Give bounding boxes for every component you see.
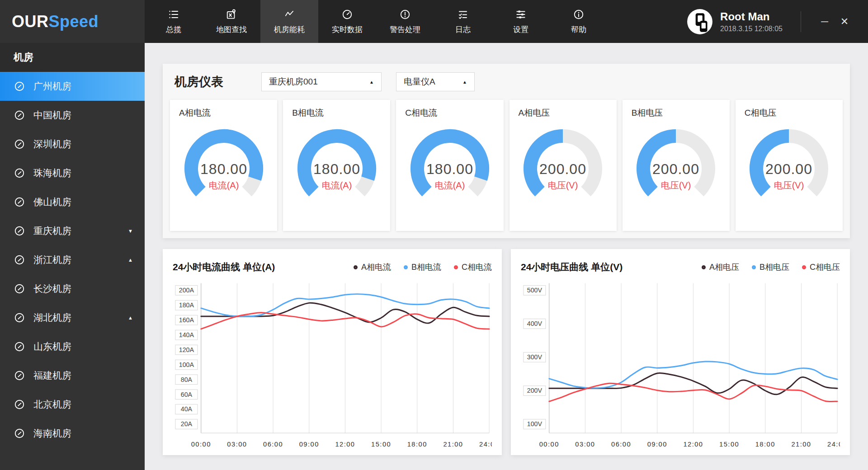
sidebar-item-label: 佛山机房 (33, 196, 71, 208)
gauge-title: A相电压 (509, 107, 617, 119)
sidebar-item-shenzhen[interactable]: 深圳机房 (0, 130, 145, 159)
nav-item-realtime[interactable]: 实时数据 (318, 0, 376, 43)
svg-text:18:00: 18:00 (755, 441, 775, 448)
svg-text:40A: 40A (181, 405, 193, 413)
legend-item[interactable]: A相电流 (354, 262, 391, 273)
nav-item-overview[interactable]: 总揽 (145, 0, 203, 43)
gauge-unit-label: 电流(A) (435, 180, 465, 190)
nav-item-help[interactable]: 帮助 (550, 0, 608, 43)
gauge-title: B相电流 (283, 107, 390, 119)
help-icon (573, 8, 585, 21)
gauge-unit-label: 电压(V) (548, 180, 578, 190)
sidebar-item-label: 深圳机房 (33, 138, 71, 150)
sidebar: 机房 广州机房中国机房深圳机房珠海机房佛山机房重庆机房▼浙江机房▲长沙机房湖北机… (0, 43, 145, 470)
sidebar-item-changsha[interactable]: 长沙机房 (0, 274, 145, 303)
nav-item-log[interactable]: 日志 (434, 0, 492, 43)
svg-text:200V: 200V (527, 387, 542, 394)
gauge-icon (14, 428, 25, 439)
svg-text:160A: 160A (179, 316, 194, 324)
gauge-row: A相电流 180.00 电流(A) B相电流 180.00 电流(A) C相电流… (163, 100, 850, 238)
sidebar-item-zhuhai[interactable]: 珠海机房 (0, 159, 145, 188)
minimize-button[interactable]: ─ (815, 16, 835, 28)
alert-icon (399, 8, 411, 21)
sidebar-item-label: 福建机房 (33, 369, 71, 382)
nav-item-label: 帮助 (571, 24, 586, 35)
sidebar-item-shandong[interactable]: 山东机房 (0, 332, 145, 361)
legend-ring-icon (802, 265, 806, 269)
current-line-chart: 20A40A60A80A100A120A140A160A180A200A00:0… (173, 277, 492, 451)
close-button[interactable]: ✕ (835, 16, 854, 28)
legend-label: C相电流 (462, 262, 492, 273)
sidebar-item-foshan[interactable]: 佛山机房 (0, 188, 145, 216)
sidebar-item-guangzhou[interactable]: 广州机房 (0, 72, 145, 101)
nav-item-map-search[interactable]: 地图查找 (203, 0, 260, 43)
legend-item[interactable]: B相电压 (752, 262, 789, 273)
chevron-up-icon[interactable]: ▲ (128, 257, 133, 263)
nav-item-settings[interactable]: 设置 (492, 0, 550, 43)
gauge-card: A相电压 200.00 电压(V) (509, 100, 617, 231)
meter-select[interactable]: 电量仪A ▲ (396, 72, 475, 91)
chevron-down-icon[interactable]: ▼ (128, 228, 133, 234)
sidebar-item-chongqing[interactable]: 重庆机房▼ (0, 216, 145, 245)
voltage-chart-legend: A相电压B相电压C相电压 (702, 262, 840, 273)
svg-text:00:00: 00:00 (191, 441, 211, 448)
user-meta: Root Man 2018.3.15 12:08:05 (720, 10, 783, 33)
gauge-icon (14, 341, 25, 352)
gauge-title: C相电压 (736, 107, 843, 119)
nav-item-alert[interactable]: 警告处理 (376, 0, 434, 43)
gauge-card: C相电流 180.00 电流(A) (396, 100, 503, 231)
gauge-icon (14, 138, 25, 150)
sidebar-item-zhejiang[interactable]: 浙江机房▲ (0, 245, 145, 274)
legend-ring-icon (702, 265, 706, 269)
sidebar-item-hainan[interactable]: 海南机房 (0, 419, 145, 448)
voltage-chart-title: 24小时电压曲线 单位(V) (521, 261, 623, 273)
gauge-card: B相电流 180.00 电流(A) (283, 100, 390, 231)
voltage-line-chart: 100V200V300V400V500V00:0003:0006:0009:00… (521, 277, 840, 451)
svg-text:120A: 120A (179, 346, 194, 353)
room-select-value: 重庆机房001 (269, 76, 318, 88)
room-select[interactable]: 重庆机房001 ▲ (261, 72, 382, 91)
sidebar-item-fujian[interactable]: 福建机房 (0, 361, 145, 390)
current-chart-legend: A相电流B相电流C相电流 (354, 262, 492, 273)
settings-icon (515, 8, 527, 21)
legend-label: A相电压 (709, 262, 739, 273)
sidebar-item-hubei[interactable]: 湖北机房▲ (0, 303, 145, 332)
gauge-title: A相电流 (170, 107, 277, 119)
gauges-panel: 机房仪表 重庆机房001 ▲ 电量仪A ▲ A相电流 180.00 电流(A) … (163, 64, 850, 238)
gauge-value: 200.00 (652, 161, 699, 177)
chevron-up-icon[interactable]: ▲ (128, 315, 133, 320)
svg-text:500V: 500V (527, 287, 542, 294)
gauge-unit-label: 电流(A) (208, 180, 239, 190)
legend-ring-icon (752, 265, 756, 269)
legend-item[interactable]: A相电压 (702, 262, 739, 273)
svg-text:09:00: 09:00 (647, 441, 667, 448)
svg-text:21:00: 21:00 (791, 441, 811, 448)
legend-ring-icon (454, 265, 458, 269)
svg-text:03:00: 03:00 (227, 441, 247, 448)
gauge-title: C相电流 (396, 107, 503, 119)
main-content: 机房仪表 重庆机房001 ▲ 电量仪A ▲ A相电流 180.00 电流(A) … (145, 43, 868, 470)
svg-text:300V: 300V (527, 353, 542, 361)
voltage-chart-panel: 24小时电压曲线 单位(V) A相电压B相电压C相电压 100V200V300V… (511, 249, 850, 455)
svg-text:24:00: 24:00 (479, 441, 492, 448)
chart-gridlines (237, 283, 489, 433)
legend-item[interactable]: C相电压 (802, 262, 840, 273)
gauge-icon (14, 370, 25, 381)
nav-item-energy[interactable]: 机房能耗 (260, 0, 318, 43)
sidebar-item-beijing[interactable]: 北京机房 (0, 390, 145, 419)
log-icon (457, 8, 469, 21)
legend-item[interactable]: B相电流 (404, 262, 441, 273)
gauges-toolbar: 机房仪表 重庆机房001 ▲ 电量仪A ▲ (163, 64, 850, 100)
sidebar-item-zhongguo[interactable]: 中国机房 (0, 101, 145, 130)
gauge-icon (14, 283, 25, 295)
legend-item[interactable]: C相电流 (454, 262, 492, 273)
svg-text:100V: 100V (527, 420, 542, 428)
topnav: 总揽地图查找机房能耗实时数据警告处理日志设置帮助 (145, 0, 608, 43)
svg-text:400V: 400V (527, 320, 542, 327)
map-search-icon (226, 8, 237, 21)
avatar[interactable] (687, 9, 713, 35)
current-chart-header: 24小时电流曲线 单位(A) A相电流B相电流C相电流 (173, 257, 492, 277)
page-title: 机房仪表 (175, 74, 223, 90)
brand-prefix: OUR (12, 12, 49, 31)
nav-item-label: 实时数据 (332, 24, 363, 35)
